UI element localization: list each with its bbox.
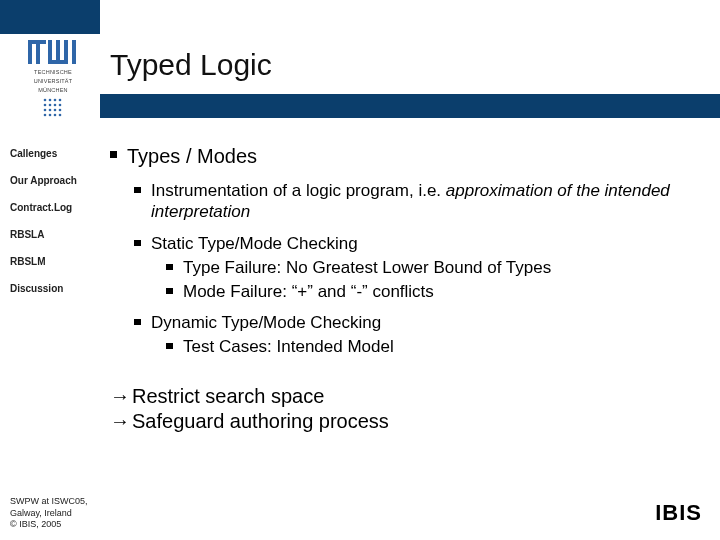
svg-point-6 [54,104,57,107]
content: Types / Modes Instrumentation of a logic… [110,144,700,435]
svg-point-4 [44,104,47,107]
svg-point-5 [49,104,52,107]
footer: SWPW at ISWC05, Galway, Ireland © IBIS, … [10,496,88,530]
bullet-text: Mode Failure: “+” and “-” conflicts [183,281,434,303]
bullet-static: Static Type/Mode Checking [134,233,700,255]
b1-pre: Instrumentation of a logic program, i.e. [151,181,446,200]
arrow-icon: → [110,409,130,435]
heading-text: Types / Modes [127,144,257,170]
logo-caption-1: TECHNISCHE [14,69,92,75]
page-title: Typed Logic [110,48,272,82]
svg-point-10 [54,109,57,112]
svg-point-14 [54,114,57,117]
bullet-icon [166,288,173,294]
c1-text: Restrict search space [132,385,324,407]
bullet-dynamic: Dynamic Type/Mode Checking [134,312,700,334]
svg-point-0 [44,99,47,102]
svg-point-8 [44,109,47,112]
sidebar: Callenges Our Approach Contract.Log RBSL… [10,148,98,310]
sidebar-item-approach[interactable]: Our Approach [10,175,98,186]
conclusion-1: →Restrict search space [110,384,700,410]
divider-bar [100,96,720,118]
conclusions: →Restrict search space →Safeguard author… [110,384,700,435]
c2-text: Safeguard authoring process [132,410,389,432]
sidebar-item-rbsla[interactable]: RBSLA [10,229,98,240]
bullet-icon [166,264,173,270]
bullet-text: Dynamic Type/Mode Checking [151,312,381,334]
ibis-logo: IBIS [655,500,702,526]
bullet-test-cases: Test Cases: Intended Model [166,336,700,358]
bullet-icon [110,151,117,158]
svg-point-9 [49,109,52,112]
conclusion-2: →Safeguard authoring process [110,409,700,435]
svg-point-15 [59,114,62,117]
grid-icon [42,97,64,119]
heading-row: Types / Modes [110,144,700,170]
sidebar-item-discussion[interactable]: Discussion [10,283,98,294]
svg-point-11 [59,109,62,112]
bullet-text: Static Type/Mode Checking [151,233,358,255]
footer-line-2: Galway, Ireland [10,508,88,519]
bullet-icon [134,319,141,325]
svg-point-3 [59,99,62,102]
bullet-type-failure: Type Failure: No Greatest Lower Bound of… [166,257,700,279]
bullet-text: Test Cases: Intended Model [183,336,394,358]
bullet-icon [134,187,141,193]
sidebar-item-rbslm[interactable]: RBSLM [10,256,98,267]
arrow-icon: → [110,384,130,410]
svg-point-1 [49,99,52,102]
sidebar-item-contractlog[interactable]: Contract.Log [10,202,98,213]
bullet-text: Type Failure: No Greatest Lower Bound of… [183,257,551,279]
header: TECHNISCHE UNIVERSITÄT MÜNCHEN Typed Log… [0,0,720,118]
bullet-instrumentation: Instrumentation of a logic program, i.e.… [134,180,700,224]
logo-caption-2: UNIVERSITÄT [14,78,92,84]
bullet-text: Instrumentation of a logic program, i.e.… [151,180,700,224]
svg-point-12 [44,114,47,117]
sidebar-item-challenges[interactable]: Callenges [10,148,98,159]
svg-point-13 [49,114,52,117]
footer-line-3: © IBIS, 2005 [10,519,88,530]
footer-line-1: SWPW at ISWC05, [10,496,88,507]
bullet-icon [134,240,141,246]
tum-logo-block: TECHNISCHE UNIVERSITÄT MÜNCHEN [14,38,92,123]
tum-logo-icon [26,38,80,66]
bullet-icon [166,343,173,349]
bullet-mode-failure: Mode Failure: “+” and “-” conflicts [166,281,700,303]
logo-caption-3: MÜNCHEN [14,87,92,93]
svg-point-7 [59,104,62,107]
title-area: Typed Logic [110,48,272,82]
svg-point-2 [54,99,57,102]
